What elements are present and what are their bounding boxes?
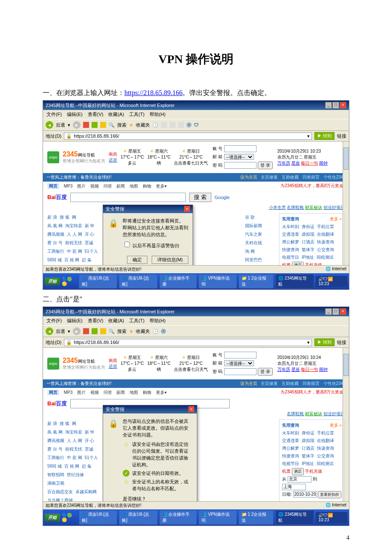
start-button[interactable]: 开始 — [45, 514, 60, 521]
hot-link[interactable]: 小本生意 — [269, 205, 286, 210]
menu-fav[interactable]: 收藏(A) — [107, 317, 126, 324]
mail-select[interactable]: --请选择-- — [224, 154, 254, 160]
login-button[interactable]: 登 录 — [258, 162, 273, 169]
login-button[interactable]: 登 录 — [258, 368, 273, 376]
dont-show-checkbox[interactable] — [124, 242, 130, 247]
minimize-button[interactable]: _ — [325, 102, 332, 109]
user-input[interactable] — [224, 145, 257, 152]
details-button[interactable]: 详细信息(M) — [152, 256, 189, 264]
address-input[interactable]: 🔒 https://218.65.89.166/▾ — [64, 339, 312, 346]
zodiac-link[interactable]: 星座 — [291, 161, 300, 165]
change-city[interactable]: 还原 — [109, 364, 117, 369]
cal-link[interactable]: 万年历 — [277, 161, 290, 165]
tool-icon-2[interactable] — [170, 122, 176, 128]
tab-map[interactable]: 地图 — [130, 184, 138, 188]
mail-select[interactable]: --请选择-- — [224, 360, 254, 366]
refresh-icon[interactable] — [92, 328, 98, 334]
forward-button[interactable]: ► — [73, 327, 81, 335]
tab-qa[interactable]: 问答 — [104, 184, 112, 188]
links-label[interactable]: 链接 — [337, 339, 346, 346]
home-icon[interactable] — [100, 122, 106, 128]
search-icon[interactable]: 🔍 — [109, 329, 115, 334]
search-button[interactable]: 搜 索 — [189, 193, 211, 202]
more-link[interactable]: 更多 » — [330, 215, 342, 223]
menu-help[interactable]: 帮助(H) — [148, 317, 167, 324]
menu-tools[interactable]: 工具(T) — [127, 111, 146, 118]
maximize-button[interactable]: □ — [332, 308, 339, 315]
task-item-active[interactable]: 🌐 2345网址导航 — [275, 274, 314, 289]
dialog-close-icon[interactable]: × — [188, 406, 194, 412]
menu-help[interactable]: 帮助(H) — [148, 111, 167, 118]
favorites-icon[interactable]: ★ — [129, 329, 133, 334]
address-input[interactable]: 🔒 https://218.65.89.166/ ▾ — [64, 133, 312, 140]
search-input[interactable] — [70, 193, 186, 202]
home-icon[interactable] — [100, 328, 106, 334]
menu-fav[interactable]: 收藏(A) — [107, 111, 126, 118]
tab-video[interactable]: 视频 — [90, 184, 99, 188]
hot-link[interactable]: 财富秘诀 — [305, 205, 322, 210]
tab-mp3[interactable]: MP3 — [64, 184, 73, 188]
google-link[interactable]: Google — [215, 195, 230, 200]
favorites-icon[interactable]: ★ — [129, 122, 133, 128]
alarm-link[interactable]: 闹钟 — [319, 161, 328, 165]
task-item[interactable]: 📁 1 2企业报送 — [239, 274, 274, 289]
forward-button[interactable]: ► — [73, 121, 81, 129]
menu-view[interactable]: 查看(V) — [86, 111, 105, 118]
history-icon[interactable]: 🕓 — [153, 329, 159, 334]
maximize-button[interactable]: □ — [332, 102, 339, 109]
search-icon[interactable]: 🔍 — [109, 122, 115, 128]
ticket-tab[interactable]: 机票 — [282, 263, 291, 265]
screenshot-2: 2345网址导航--中国最好的网址站 - Microsoft Internet … — [43, 306, 349, 526]
url-link[interactable]: https://218.65.89.166 — [124, 89, 182, 96]
menu-file[interactable]: 文件(F) — [45, 111, 63, 118]
hot-link[interactable]: 创业好项目 — [323, 205, 345, 210]
ie-icon[interactable]: ⓔ — [187, 122, 191, 128]
task-item[interactable]: 📘 VPN操作说明 — [199, 274, 236, 289]
repair-home[interactable]: 主页修复 — [261, 175, 278, 179]
tab-image[interactable]: 图片 — [77, 184, 86, 188]
task-item[interactable]: 📘 企业操作手册 — [159, 274, 197, 289]
menu-edit[interactable]: 编辑(E) — [65, 111, 84, 118]
hot-link[interactable]: 名牌鞋靴 — [287, 205, 304, 210]
close-button[interactable]: × — [340, 102, 346, 109]
dialog-close-icon[interactable]: × — [184, 206, 190, 212]
hotel-tab[interactable]: 酒店 — [292, 262, 304, 265]
tab-more[interactable]: 更多▾ — [156, 184, 167, 188]
back-button[interactable]: ◄ — [46, 121, 53, 129]
pass-input[interactable] — [224, 162, 257, 169]
stop-icon[interactable] — [83, 328, 89, 334]
tool-icon-3[interactable] — [178, 122, 184, 128]
task-item[interactable]: 👤 用友U8-[总账] — [79, 274, 117, 289]
back-button[interactable]: ◄ — [46, 327, 53, 335]
task-item[interactable]: 👤 用友U8-[总账] — [119, 274, 157, 289]
tool-icon-4[interactable]: 🛡 — [194, 122, 199, 127]
phone-recharge[interactable]: 手机充值 — [305, 263, 322, 265]
feedback[interactable]: 问卷留言 — [303, 175, 320, 179]
minimize-button[interactable]: _ — [325, 308, 332, 315]
help-fav[interactable]: 互助收藏 — [282, 175, 299, 179]
daily-link[interactable]: 每日一句 — [301, 161, 318, 165]
start-button[interactable]: 开始 — [45, 278, 60, 285]
links-label[interactable]: 链接 — [337, 133, 346, 139]
tab-shop[interactable]: 购物 — [143, 184, 151, 188]
refresh-icon[interactable] — [92, 122, 98, 128]
change-city[interactable]: 还原 — [109, 158, 117, 162]
menu-edit[interactable]: 编辑(E) — [65, 317, 84, 324]
system-tray[interactable]: 🔊🛡📶 10:23 — [316, 276, 347, 287]
close-button[interactable]: × — [340, 308, 346, 315]
tool-icon-1[interactable] — [161, 122, 167, 128]
set-home[interactable]: 设为主页 — [240, 175, 257, 179]
ok-button[interactable]: 确定 — [127, 256, 147, 264]
stop-icon[interactable] — [83, 122, 89, 128]
pass-input[interactable] — [224, 368, 257, 375]
go-button[interactable]: ▶ 转到 — [314, 338, 334, 346]
menu-view[interactable]: 查看(V) — [86, 317, 105, 324]
menu-tools[interactable]: 工具(T) — [127, 317, 146, 324]
tab-news[interactable]: 新闻 — [116, 184, 125, 188]
menu-file[interactable]: 文件(F) — [45, 317, 63, 324]
ie-icon[interactable]: ⓔ — [161, 328, 166, 335]
history-icon[interactable]: 🕓 — [153, 122, 159, 128]
tab-web[interactable]: 网页 — [47, 183, 59, 189]
user-input[interactable] — [224, 352, 257, 358]
go-button[interactable]: ▶ 转到 — [314, 132, 334, 140]
